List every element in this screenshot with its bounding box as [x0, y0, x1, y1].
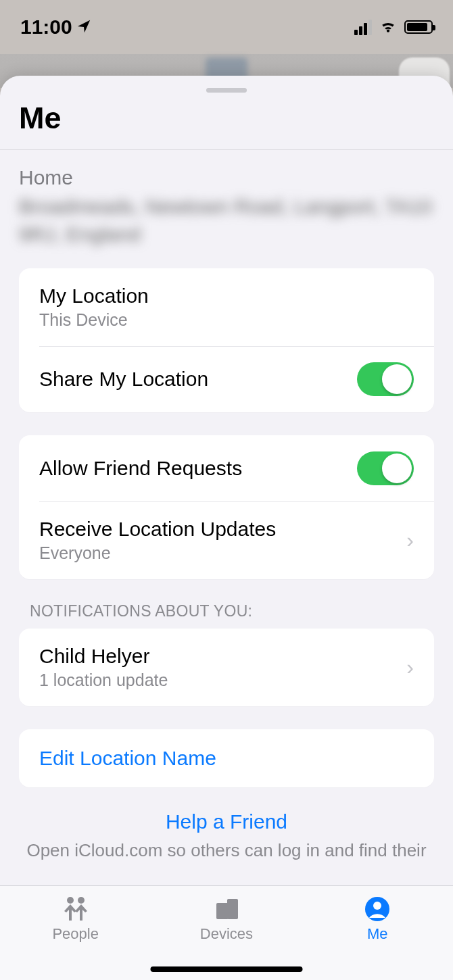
tab-bar: People Devices Me	[0, 885, 453, 980]
location-settings-card: My Location This Device Share My Locatio…	[19, 268, 434, 412]
receive-location-updates-row[interactable]: Receive Location Updates Everyone ›	[19, 501, 434, 579]
status-bar: 11:00	[0, 0, 453, 54]
allow-friend-requests-row: Allow Friend Requests	[19, 435, 434, 501]
share-my-location-row: Share My Location	[19, 346, 434, 412]
page-title: Me	[0, 93, 453, 149]
home-label: Home	[19, 166, 434, 189]
battery-icon	[404, 20, 433, 34]
chevron-right-icon: ›	[406, 655, 414, 680]
help-a-friend-block: Help a Friend Open iCloud.com so others …	[0, 810, 453, 862]
edit-location-name-button[interactable]: Edit Location Name	[19, 729, 434, 787]
home-address: Broadmeads, Newtown Road, Langport, TA10…	[19, 193, 434, 248]
help-a-friend-button[interactable]: Help a Friend	[19, 810, 434, 833]
allow-friend-requests-title: Allow Friend Requests	[39, 457, 242, 480]
devices-icon	[212, 896, 241, 923]
share-my-location-title: Share My Location	[39, 368, 208, 391]
svg-rect-2	[216, 903, 229, 919]
chevron-right-icon: ›	[406, 528, 414, 553]
help-a-friend-description: Open iCloud.com so others can log in and…	[19, 839, 434, 862]
people-icon	[60, 896, 91, 923]
receive-updates-title: Receive Location Updates	[39, 518, 276, 541]
wifi-icon	[379, 16, 398, 39]
location-services-icon	[76, 16, 91, 39]
tab-devices[interactable]: Devices	[151, 896, 301, 943]
tab-people[interactable]: People	[1, 896, 150, 943]
svg-point-5	[373, 902, 381, 910]
tab-devices-label: Devices	[200, 925, 253, 943]
share-my-location-toggle[interactable]	[357, 362, 414, 396]
me-sheet: Me Home Broadmeads, Newtown Road, Langpo…	[0, 76, 453, 980]
notifications-card: Child Helyer 1 location update ›	[19, 629, 434, 706]
tab-people-label: People	[52, 925, 99, 943]
svg-point-1	[78, 897, 85, 904]
sheet-grabber[interactable]	[206, 88, 247, 93]
tab-me-label: Me	[367, 925, 388, 943]
cellular-signal-icon	[354, 20, 372, 35]
me-icon	[364, 896, 391, 923]
notifications-header: NOTIFICATIONS ABOUT YOU:	[0, 602, 453, 629]
notification-item-sub: 1 location update	[39, 670, 168, 690]
receive-updates-sub: Everyone	[39, 543, 276, 563]
home-indicator[interactable]	[151, 966, 303, 972]
svg-rect-3	[227, 899, 238, 919]
notification-item-title: Child Helyer	[39, 645, 168, 668]
allow-friend-requests-toggle[interactable]	[357, 451, 414, 485]
friend-settings-card: Allow Friend Requests Receive Location U…	[19, 435, 434, 579]
svg-point-0	[67, 897, 74, 904]
my-location-sub: This Device	[39, 310, 149, 330]
tab-me[interactable]: Me	[303, 896, 452, 943]
my-location-title: My Location	[39, 285, 149, 308]
my-location-row[interactable]: My Location This Device	[19, 268, 434, 346]
notification-item-row[interactable]: Child Helyer 1 location update ›	[19, 629, 434, 706]
edit-location-card: Edit Location Name	[19, 729, 434, 787]
home-location-block: Home Broadmeads, Newtown Road, Langport,…	[0, 150, 453, 268]
status-time: 11:00	[20, 16, 72, 39]
